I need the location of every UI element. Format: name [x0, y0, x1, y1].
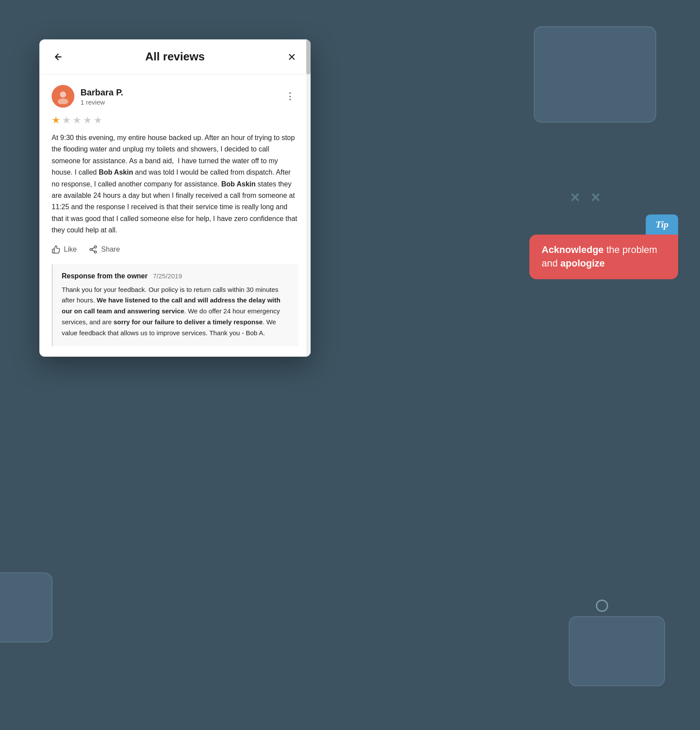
bob-askin-ref-2: Bob Askin — [221, 180, 256, 188]
bg-card-top-right — [534, 26, 656, 123]
reviewer-name: Barbara P. — [80, 87, 123, 98]
response-title: Response from the owner — [62, 272, 147, 280]
avatar — [52, 85, 74, 108]
star-1: ★ — [52, 115, 60, 126]
tip-badge: Tip — [646, 214, 678, 235]
svg-line-7 — [92, 250, 95, 251]
response-date: 7/25/2019 — [153, 272, 182, 280]
bg-card-bottom-left — [0, 572, 52, 642]
modal-title: All reviews — [65, 50, 285, 63]
reviews-modal: All reviews Barbara P. 1 — [39, 39, 311, 357]
tip-container: Tip Acknowledge the problem and apologiz… — [529, 214, 678, 279]
response-header: Response from the owner 7/25/2019 — [62, 272, 290, 280]
like-label: Like — [64, 246, 77, 253]
owner-response: Response from the owner 7/25/2019 Thank … — [52, 264, 298, 347]
stars-row: ★ ★ ★ ★ ★ — [52, 115, 298, 126]
tip-apologize: apologize — [560, 258, 605, 269]
tip-acknowledge: Acknowledge — [542, 244, 604, 255]
review-actions: Like Share — [52, 245, 298, 254]
share-button[interactable]: Share — [89, 245, 120, 254]
reviewer-details: Barbara P. 1 review — [80, 87, 123, 106]
response-bold-1: We have listened to the call and will ad… — [62, 296, 280, 315]
scrollbar-thumb[interactable] — [306, 39, 311, 74]
decorative-xx: × × — [570, 188, 604, 207]
share-icon — [89, 245, 98, 254]
svg-point-2 — [60, 91, 66, 98]
scrollbar-track — [306, 39, 311, 357]
svg-line-8 — [92, 247, 95, 249]
more-options-button[interactable]: ⋮ — [282, 90, 298, 103]
reviewer-info: Barbara P. 1 review — [52, 85, 123, 108]
modal-header: All reviews — [39, 39, 311, 74]
star-4: ★ — [83, 115, 92, 126]
tip-bubble: Acknowledge the problem and apologize — [529, 235, 678, 279]
back-button[interactable] — [52, 50, 65, 63]
like-button[interactable]: Like — [52, 245, 77, 254]
bob-askin-ref-1: Bob Askin — [99, 168, 133, 176]
review-text: At 9:30 this evening, my entire house ba… — [52, 132, 298, 236]
svg-point-3 — [58, 98, 68, 104]
decorative-circle — [596, 600, 608, 612]
reviewer-header: Barbara P. 1 review ⋮ — [52, 85, 298, 108]
star-2: ★ — [62, 115, 71, 126]
star-3: ★ — [73, 115, 81, 126]
reviewer-review-count: 1 review — [80, 98, 123, 106]
response-bold-2: sorry for our failure to deliver a timel… — [113, 318, 262, 326]
modal-body: Barbara P. 1 review ⋮ ★ ★ ★ ★ ★ At 9:30 … — [39, 74, 311, 357]
star-5: ★ — [94, 115, 102, 126]
bg-card-bottom-right — [569, 616, 665, 686]
response-text: Thank you for your feedback. Our policy … — [62, 284, 290, 339]
share-label: Share — [101, 246, 120, 253]
thumbs-up-icon — [52, 245, 60, 254]
close-button[interactable] — [285, 50, 298, 63]
